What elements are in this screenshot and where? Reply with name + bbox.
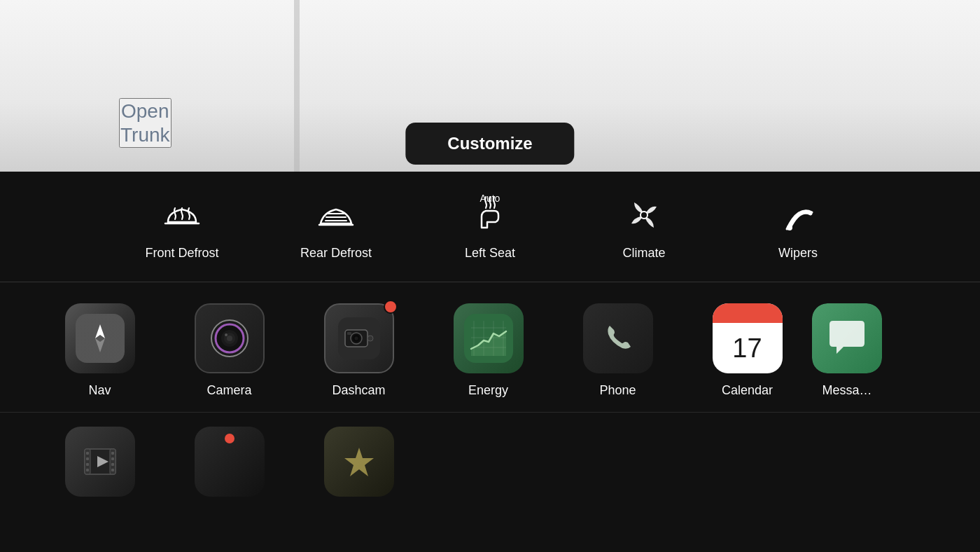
dashcam-label: Dashcam <box>332 383 385 398</box>
energy-label: Energy <box>468 383 508 398</box>
svg-point-13 <box>225 333 227 336</box>
open-trunk-button[interactable]: OpenTrunk <box>119 98 172 148</box>
svg-rect-35 <box>86 463 89 466</box>
nav-icon-wrapper <box>65 303 135 373</box>
energy-icon-wrapper <box>454 303 524 373</box>
front-defrost-control[interactable]: Front Defrost <box>105 186 259 268</box>
calendar-app[interactable]: 17 Calendar <box>682 303 812 398</box>
top-section: OpenTrunk Customize <box>0 0 980 172</box>
climate-label: Climate <box>622 246 665 261</box>
red-dot-badge <box>225 434 234 443</box>
messages-app[interactable]: Messa… <box>812 303 882 398</box>
customize-button[interactable]: Customize <box>405 123 574 165</box>
rear-defrost-icon <box>314 193 358 237</box>
svg-rect-38 <box>111 457 114 460</box>
svg-point-6 <box>787 225 792 230</box>
svg-rect-36 <box>86 469 89 471</box>
calendar-icon-wrapper: 17 <box>713 303 783 373</box>
quick-controls-row: Front Defrost Rear Defrost Auto <box>0 172 980 282</box>
wipers-control[interactable]: Wipers <box>721 186 875 268</box>
calendar-date: 17 <box>732 333 762 364</box>
climate-control[interactable]: Climate <box>567 186 721 268</box>
nav-icon <box>65 303 135 373</box>
svg-rect-33 <box>86 452 89 455</box>
camera-icon <box>195 303 265 373</box>
phone-app[interactable]: Phone <box>553 303 682 398</box>
svg-rect-40 <box>111 469 114 471</box>
dashcam-icon <box>324 303 394 373</box>
svg-marker-42 <box>344 448 374 476</box>
svg-point-19 <box>368 336 373 341</box>
rear-defrost-control[interactable]: Rear Defrost <box>259 186 413 268</box>
wipers-label: Wipers <box>778 246 818 261</box>
app2-item[interactable] <box>164 427 294 497</box>
svg-rect-39 <box>111 463 114 466</box>
wipers-icon <box>776 193 820 237</box>
left-seat-label: Left Seat <box>465 246 515 261</box>
phone-icon-wrapper <box>583 303 653 373</box>
svg-rect-20 <box>347 332 351 335</box>
nav-label: Nav <box>88 383 111 398</box>
dashcam-icon-wrapper <box>324 303 394 373</box>
rear-defrost-label: Rear Defrost <box>300 246 372 261</box>
phone-icon <box>583 303 653 373</box>
left-seat-control[interactable]: Auto Left Seat <box>413 186 567 268</box>
calendar-icon: 17 <box>713 303 783 373</box>
svg-rect-34 <box>86 457 89 460</box>
messages-label: Messa… <box>822 383 872 398</box>
app-grid: Nav Camera <box>0 282 980 413</box>
front-defrost-icon <box>160 193 204 237</box>
energy-app[interactable]: Energy <box>424 303 553 398</box>
app3-item[interactable] <box>294 427 424 497</box>
svg-rect-37 <box>111 452 114 455</box>
dashcam-badge <box>384 300 398 314</box>
nav-app[interactable]: Nav <box>35 303 164 398</box>
app-grid-bottom <box>0 413 980 504</box>
media-app[interactable] <box>35 427 164 497</box>
calendar-body: 17 <box>713 323 783 373</box>
phone-label: Phone <box>599 383 636 398</box>
camera-icon-wrapper <box>195 303 265 373</box>
messages-icon-wrapper <box>812 303 882 373</box>
camera-app[interactable]: Camera <box>164 303 294 398</box>
svg-point-18 <box>354 337 358 340</box>
left-seat-sublabel: Auto <box>480 193 500 204</box>
climate-icon <box>622 193 666 237</box>
camera-label: Camera <box>206 383 251 398</box>
calendar-label: Calendar <box>722 383 773 398</box>
dark-section: Front Defrost Rear Defrost Auto <box>0 172 980 552</box>
dashcam-app[interactable]: Dashcam <box>294 303 424 398</box>
svg-rect-7 <box>76 314 125 363</box>
energy-icon <box>454 303 524 373</box>
calendar-header <box>713 303 783 323</box>
svg-point-12 <box>227 336 232 341</box>
front-defrost-label: Front Defrost <box>145 246 218 261</box>
